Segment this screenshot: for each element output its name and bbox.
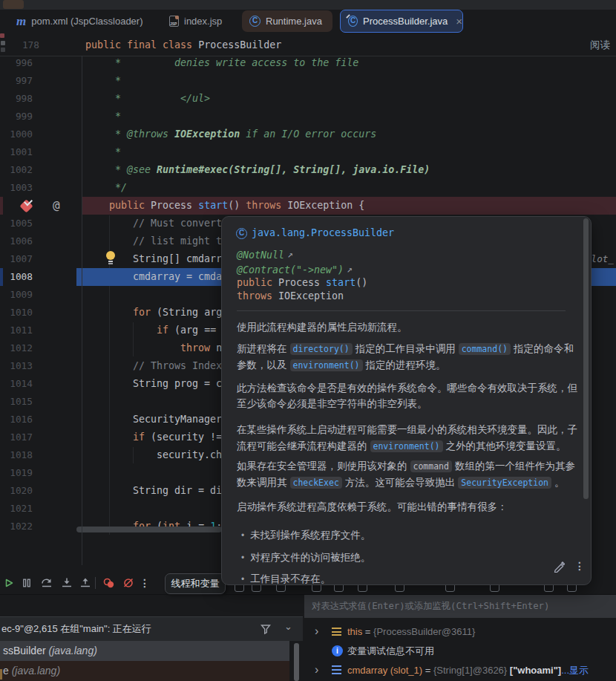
variable-name: cmdarray (slot_1) xyxy=(347,665,422,676)
tab-label: Runtime.java xyxy=(266,10,322,33)
code-line: 998 * </ul> xyxy=(0,90,616,108)
tab-threads-variables[interactable]: 线程和变量 xyxy=(165,573,226,594)
reader-mode-badge[interactable]: 阅读 xyxy=(590,35,610,56)
equals: = xyxy=(422,665,433,676)
doc-bullet: •对程序文件的访问被拒绝。 xyxy=(241,550,370,565)
filter-funnel-icon[interactable] xyxy=(260,623,272,635)
view-breakpoints-icon[interactable] xyxy=(102,577,116,589)
bullet-icon: • xyxy=(241,553,244,563)
class-icon: C xyxy=(249,16,261,27)
mute-breakpoints-icon[interactable] xyxy=(122,577,135,589)
code-line: 1000 * @throws IOException if an I/O err… xyxy=(0,126,616,143)
tab-ProcessBuilder.java[interactable]: CProcessBuilder.java× xyxy=(340,10,463,33)
tab-label: pom.xml (JspClassloader) xyxy=(31,10,142,33)
doc-more-icon[interactable]: ⋮ xyxy=(574,560,583,573)
expand-chevron-icon[interactable]: › xyxy=(315,660,318,680)
equals: = xyxy=(362,626,373,637)
bullet-text: 工作目录不存在。 xyxy=(250,573,330,584)
class-icon: C xyxy=(348,16,358,27)
doc-bullet: •工作目录不存在。 xyxy=(241,572,330,587)
close-icon[interactable]: × xyxy=(456,15,462,27)
line-number[interactable]: 1015 xyxy=(0,393,33,411)
doc-paragraph-line: 数来调用其checkExec方法。这可能会导致抛出SecurityExcepti… xyxy=(237,475,565,490)
line-number[interactable]: 1011 xyxy=(0,322,33,339)
completion-item[interactable]: ssBuilder (java.lang) xyxy=(0,641,289,661)
ide-window: mpom.xml (JspClassloader)JSPindex.jspCRu… xyxy=(0,0,616,681)
info-text: 变量调试信息不可用 xyxy=(347,642,434,661)
thread-selector[interactable]: ec-9"@2,615 在组"main": 正在运行⌄ xyxy=(0,616,303,641)
info-icon: i xyxy=(332,645,343,656)
code-line: 997 * xyxy=(0,72,616,90)
completion-item[interactable]: e (java.lang) xyxy=(0,661,289,681)
line-number[interactable]: 996 xyxy=(0,54,33,72)
thread-dropdown-chevron-icon[interactable]: ⌄ xyxy=(284,621,296,633)
annotation-gutter-icon[interactable]: @ xyxy=(53,197,60,215)
line-number[interactable]: 1019 xyxy=(0,464,33,482)
doc-signature-line: @NotNull↗ xyxy=(237,247,293,262)
completion-text: ssBuilder (java.lang) xyxy=(3,641,97,661)
line-number[interactable]: 1009 xyxy=(0,286,33,304)
line-number[interactable]: 1000 xyxy=(0,126,33,143)
line-number[interactable]: 1006 xyxy=(0,232,33,250)
tab-pom.xml[interactable]: mpom.xml (JspClassloader) xyxy=(9,10,154,32)
expand-chevron-icon[interactable]: › xyxy=(315,622,318,641)
line-number[interactable]: 1018 xyxy=(0,446,33,464)
doc-paragraph-line: 此方法检查该命令是否是有效的操作系统命令。哪些命令有效取决于系统，但 xyxy=(237,381,577,396)
jsp-file-icon: JSP xyxy=(169,16,179,27)
editor-hscrollbar[interactable] xyxy=(76,527,222,532)
line-number[interactable]: 998 xyxy=(0,90,33,108)
tab-index.jsp[interactable]: JSPindex.jsp xyxy=(162,10,230,32)
code-line: 1001 * xyxy=(0,143,616,161)
step-over-icon[interactable] xyxy=(40,577,53,589)
doc-paragraph-line: 新进程将在directory()指定的工作目录中调用command()指定的命令… xyxy=(237,342,574,356)
line-number[interactable]: 1007 xyxy=(0,250,33,268)
line-number[interactable]: 1012 xyxy=(0,339,33,357)
sticky-code: public final class ProcessBuilder xyxy=(85,35,281,56)
bullet-icon: • xyxy=(241,530,244,541)
watch-row[interactable]: ›cmdarray (slot_1) = {String[1]@3626} ["… xyxy=(304,661,616,680)
line-number[interactable]: 1021 xyxy=(0,500,33,518)
line-number[interactable]: 1002 xyxy=(0,161,33,179)
line-number[interactable]: 1022 xyxy=(0,518,33,535)
doc-paragraph-line: 在某些操作系统上启动进程可能需要一组最小的系统相关环境变量。因此，子 xyxy=(237,423,577,437)
doc-popup-scrollbar[interactable] xyxy=(583,218,589,499)
line-number[interactable]: 999 xyxy=(0,108,33,126)
pause-icon[interactable] xyxy=(21,577,33,589)
line-number[interactable]: 1016 xyxy=(0,411,33,429)
line-number[interactable]: 997 xyxy=(0,72,33,90)
line-number[interactable]: 1010 xyxy=(0,304,33,322)
line-number[interactable]: 1017 xyxy=(0,429,33,446)
completion-scrollbar[interactable] xyxy=(294,643,299,681)
watch-row[interactable]: ›this = {ProcessBuilder@3611} xyxy=(304,622,616,642)
watches-input[interactable]: 对表达式求值(Enter)或添加监视(Ctrl+Shift+Enter) xyxy=(304,595,616,618)
doc-paragraph-line: 如果存在安全管理器，则使用该对象的command数组的第一个组件作为其参 xyxy=(237,459,575,474)
line-number[interactable]: 1005 xyxy=(0,215,33,232)
maven-icon: m xyxy=(16,16,26,27)
tab-Runtime.java[interactable]: CRuntime.java xyxy=(242,10,332,32)
code-line: 1003 */ xyxy=(0,179,616,197)
line-number[interactable]: 1001 xyxy=(0,143,33,161)
code-line: 999 * xyxy=(0,108,616,126)
line-number[interactable]: 1020 xyxy=(0,482,33,500)
doc-paragraph-line: 流程可能会继承流程构建器的environment()之外的其他环境变量设置。 xyxy=(237,439,566,454)
doc-signature-line: throws IOException xyxy=(237,289,344,304)
resume-icon[interactable] xyxy=(3,577,15,589)
watch-show-link[interactable]: ...显示 xyxy=(561,665,589,676)
completion-text: e (java.lang) xyxy=(3,661,60,681)
step-out-icon[interactable] xyxy=(79,577,91,589)
line-number[interactable]: 1013 xyxy=(0,357,33,375)
doc-bullet: •未找到操作系统程序文件。 xyxy=(241,528,370,543)
bullet-text: 对程序文件的访问被拒绝。 xyxy=(250,552,370,563)
doc-signature-line: public Process start() xyxy=(237,276,367,290)
doc-paragraph-line: 启动操作系统进程高度依赖于系统。可能出错的事情有很多： xyxy=(237,500,508,515)
watch-row[interactable]: i变量调试信息不可用 xyxy=(304,642,616,661)
window-top-strip xyxy=(0,0,616,10)
toolbar-more-icon[interactable]: ⋮ xyxy=(140,577,147,589)
line-number[interactable]: 1008 xyxy=(0,268,33,286)
doc-paragraph-line: 使用此流程构建器的属性启动新流程。 xyxy=(237,320,407,335)
line-number[interactable]: 1003 xyxy=(0,179,33,197)
edit-source-icon[interactable] xyxy=(553,561,565,573)
documentation-popup: Cjava.lang.ProcessBuilder@NotNull↗@Contr… xyxy=(221,216,592,585)
step-into-icon[interactable] xyxy=(61,577,73,589)
line-number[interactable]: 1014 xyxy=(0,375,33,393)
